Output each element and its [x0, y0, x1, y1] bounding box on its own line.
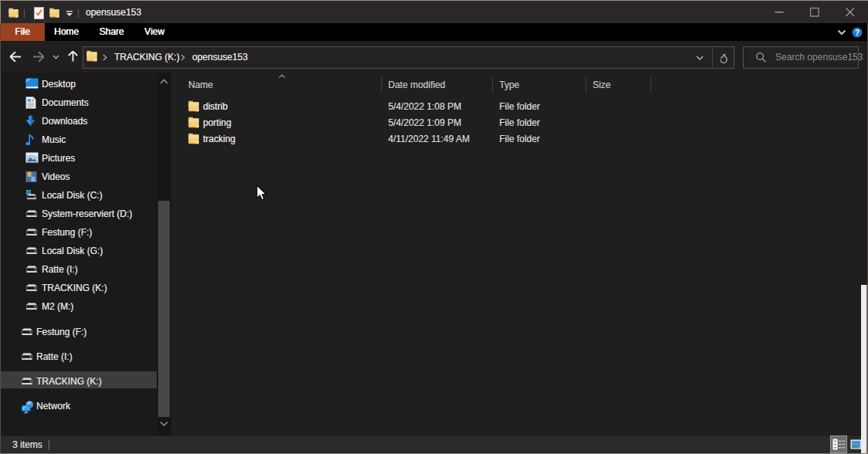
svg-text:?: ?	[855, 29, 860, 37]
